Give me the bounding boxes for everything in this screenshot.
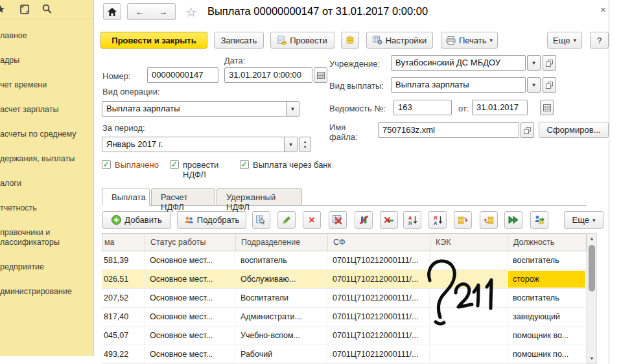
column-header-department[interactable]: Подразделение bbox=[236, 234, 328, 251]
number-field[interactable]: 00000000147 bbox=[147, 67, 218, 83]
cell-kek[interactable] bbox=[430, 251, 508, 269]
institution-dropdown-button[interactable]: ▾ bbox=[527, 55, 541, 71]
nav-forward-button[interactable]: → bbox=[151, 3, 176, 20]
column-header-sf[interactable]: СФ bbox=[328, 234, 430, 251]
settings-button[interactable]: Настройки bbox=[366, 32, 433, 49]
sheet-date-field[interactable]: 31.01.2017 bbox=[472, 100, 528, 115]
more-button[interactable]: Еще ▾ bbox=[547, 32, 582, 49]
cell-department[interactable]: Обслуживаю... bbox=[235, 270, 327, 288]
table-row[interactable]: 581,39 Основное мест... воспитатель 0701… bbox=[102, 251, 587, 270]
cell-status[interactable]: Основное мест... bbox=[145, 270, 235, 288]
spin-down-icon[interactable]: ▾ bbox=[304, 144, 307, 150]
sidebar-item-personnel[interactable]: адры bbox=[0, 52, 93, 69]
period-dropdown-button[interactable]: ▾ bbox=[284, 137, 297, 152]
column-header-sum[interactable]: ма bbox=[102, 234, 145, 251]
cell-kek[interactable] bbox=[430, 289, 508, 307]
cell-sum[interactable]: 817,40 bbox=[102, 308, 145, 326]
date-calendar-button[interactable] bbox=[314, 67, 327, 83]
cell-department[interactable]: Рабочий bbox=[235, 345, 327, 363]
table-scrollbar[interactable]: ▲ ▼ bbox=[587, 233, 597, 364]
cell-sum[interactable]: 581,39 bbox=[102, 251, 145, 269]
payment-type-open-button[interactable] bbox=[543, 77, 556, 93]
sidebar-item-average-calc[interactable]: асчеты по среднему bbox=[0, 126, 93, 142]
pay-all-button[interactable] bbox=[504, 211, 522, 229]
scroll-down-icon[interactable]: ▼ bbox=[587, 356, 596, 361]
create-based-on-button[interactable] bbox=[341, 32, 359, 49]
save-button[interactable]: Записать bbox=[214, 32, 264, 49]
cell-department[interactable]: Администрати... bbox=[235, 308, 327, 326]
cell-kek[interactable] bbox=[430, 326, 508, 345]
cell-position[interactable]: воспитатель bbox=[508, 289, 587, 307]
bank-checkbox[interactable]: ✓ bbox=[240, 160, 249, 169]
sidebar-item-taxes[interactable]: алоги bbox=[0, 176, 93, 192]
sidebar-item-deductions-payments[interactable]: держания, выплаты bbox=[0, 151, 93, 167]
tab-payment[interactable]: Выплата bbox=[102, 188, 150, 206]
cell-position[interactable]: воспитатель bbox=[508, 251, 587, 269]
sheet-number-field[interactable]: 163 bbox=[393, 100, 452, 115]
move-down-button[interactable] bbox=[480, 211, 498, 229]
cell-kek[interactable] bbox=[430, 308, 508, 326]
post-button[interactable]: Провести bbox=[270, 32, 334, 49]
sidebar-item-administration[interactable]: дминистрирование bbox=[0, 284, 93, 300]
scroll-up-icon[interactable]: ▲ bbox=[587, 236, 596, 242]
favorites-star-icon[interactable]: ★ bbox=[0, 3, 5, 16]
column-header-kek[interactable]: КЭК bbox=[430, 234, 508, 251]
print-button[interactable]: Печать ▾ bbox=[441, 32, 498, 49]
post-and-close-button[interactable]: Провести и закрыть bbox=[100, 32, 207, 49]
table-row[interactable]: 045,07 Основное мест... Учебно-вспом... … bbox=[102, 326, 587, 345]
cell-sf[interactable]: 0701Ц710212000111/... bbox=[327, 289, 430, 307]
cell-kek[interactable] bbox=[430, 345, 508, 363]
close-icon[interactable]: × bbox=[600, 4, 606, 15]
cell-sum[interactable]: 207,52 bbox=[102, 289, 145, 307]
copy-row-button[interactable] bbox=[252, 211, 270, 229]
cell-sf[interactable]: 0701Ц710212000111/... bbox=[327, 270, 430, 288]
cell-status[interactable]: Основное мест... bbox=[145, 345, 235, 363]
table-row-selected[interactable]: 026,51 Основное мест... Обслуживаю... 07… bbox=[102, 270, 587, 289]
period-spinner[interactable]: ▴ ▾ bbox=[299, 137, 310, 152]
filename-open-button[interactable] bbox=[521, 122, 534, 138]
payment-type-field[interactable]: Выплата зарплаты bbox=[391, 77, 526, 93]
sidebar-item-references[interactable]: правочники и лассификаторы bbox=[0, 225, 78, 251]
cell-sf[interactable]: 0701Ц710212000111/... bbox=[327, 326, 430, 345]
institution-field[interactable]: Вутабосинский ДС МБДОУ bbox=[391, 55, 526, 71]
cell-status[interactable]: Основное мест... bbox=[145, 251, 235, 269]
institution-open-button[interactable] bbox=[543, 55, 556, 71]
operation-dropdown-button[interactable]: ▾ bbox=[286, 102, 299, 116]
home-button[interactable] bbox=[103, 3, 121, 20]
move-up-button[interactable] bbox=[454, 211, 472, 229]
cell-sf[interactable]: 0701Ц710212000111/... bbox=[327, 308, 430, 326]
spin-up-icon[interactable]: ▴ bbox=[304, 139, 307, 144]
pay-employee-button[interactable] bbox=[530, 211, 548, 229]
sidebar-item-main[interactable]: лавное bbox=[0, 28, 93, 44]
cell-kek[interactable] bbox=[430, 270, 508, 288]
sheet-date-calendar-button[interactable] bbox=[540, 100, 554, 115]
cell-status[interactable]: Основное мест... bbox=[145, 289, 235, 307]
sort-ascending-button[interactable]: АЯ bbox=[403, 211, 421, 229]
delete-row-button[interactable]: × bbox=[303, 211, 321, 229]
filename-field[interactable]: 7507163z.xml bbox=[378, 122, 519, 138]
nav-back-button[interactable]: ← bbox=[127, 3, 152, 20]
favorite-star-icon[interactable]: ☆ bbox=[185, 5, 197, 20]
table-row[interactable]: 817,40 Основное мест... Администрати... … bbox=[102, 308, 587, 326]
date-field[interactable]: 31.01.2017 0:00:00 bbox=[224, 67, 312, 83]
column-header-status[interactable]: Статус работы bbox=[145, 234, 236, 251]
search-icon[interactable] bbox=[41, 3, 53, 17]
cell-position[interactable]: заведующий bbox=[508, 308, 587, 326]
sort-descending-button[interactable]: ЯА bbox=[428, 211, 447, 229]
sidebar-item-timekeeping[interactable]: чет времени bbox=[0, 77, 93, 93]
table-more-button[interactable]: Еще ▾ bbox=[564, 211, 603, 229]
generate-file-button[interactable]: Сформиров... bbox=[539, 122, 609, 138]
sidebar-item-payroll[interactable]: асчет зарплаты bbox=[0, 102, 93, 118]
cell-sum[interactable]: 045,07 bbox=[102, 326, 145, 345]
cell-sf[interactable]: 0701Ц710212000111/... bbox=[327, 251, 430, 269]
cell-department[interactable]: Воспитатели bbox=[235, 289, 327, 307]
sidebar-item-reports[interactable]: тчетность bbox=[0, 200, 93, 216]
pick-button[interactable]: Подобрать bbox=[177, 211, 246, 229]
cell-status[interactable]: Основное мест... bbox=[145, 308, 235, 326]
column-header-position[interactable]: Должность bbox=[508, 234, 587, 251]
help-button[interactable]: ? bbox=[590, 32, 609, 49]
table-row[interactable]: 493,22 Основное мест... Рабочий 0701Ц710… bbox=[102, 345, 587, 364]
period-combo[interactable]: Январь 2017 г. ▾ bbox=[102, 137, 298, 152]
add-row-button[interactable]: Добавить bbox=[102, 211, 171, 229]
cell-sum[interactable]: 026,51 bbox=[102, 270, 145, 288]
